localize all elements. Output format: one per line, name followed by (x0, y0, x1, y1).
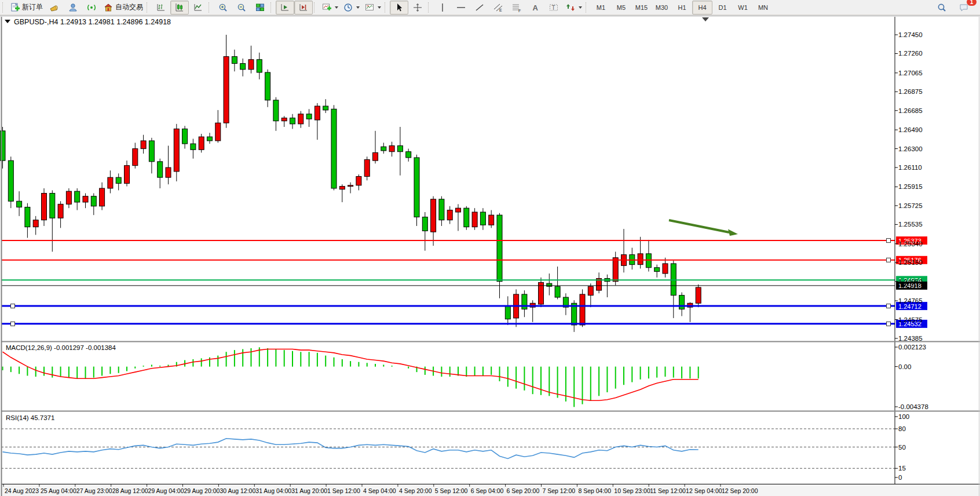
timeframe-mn-button[interactable]: MN (753, 1, 773, 14)
date-axis[interactable]: 24 Aug 202325 Aug 04:0027 Aug 23:0028 Au… (1, 484, 980, 496)
svg-text:T: T (552, 4, 555, 10)
indicators-button[interactable] (319, 1, 341, 14)
dropdown-caret-icon (579, 6, 582, 9)
price-axis-tick: 1.26300 (898, 145, 923, 152)
candle (414, 155, 419, 226)
community-icon (68, 2, 78, 13)
timeframe-w1-button[interactable]: W1 (733, 1, 753, 14)
price-axis-tick: 1.24960 (898, 278, 923, 285)
autotrading-button-label: 自动交易 (115, 2, 143, 12)
autoscroll-icon (280, 2, 290, 13)
candlestick-chart-button[interactable] (170, 1, 189, 14)
date-axis-label: 12 Sep 04:00 (686, 487, 722, 494)
chat-button[interactable]: 1 (955, 1, 973, 14)
date-axis-label: 24 Aug 2023 (5, 487, 39, 494)
timeframe-m30-button[interactable]: M30 (652, 1, 672, 14)
dropdown-caret-icon (378, 6, 381, 9)
shift-icon (298, 2, 309, 13)
zoom-in-button[interactable] (214, 1, 232, 14)
equidistant-channel-button[interactable]: E (489, 1, 507, 14)
price-axis-tick: 1.24385 (898, 335, 923, 342)
horizontal-line-button[interactable] (452, 1, 470, 14)
toolbar: 新订单自动交易EFATM1M5M15M30H1H4D1W1MN1 (0, 0, 980, 15)
rsi-axis-tick: 80 (898, 425, 906, 432)
dropdown-caret-icon (356, 6, 360, 9)
horn-icon (49, 2, 60, 13)
rsi-axis-tick: 50 (898, 444, 906, 451)
templates-icon (364, 2, 375, 13)
toolbar-grip (147, 2, 150, 13)
chart-window[interactable]: 1.253731.251761.249741.249181.247121.245… (0, 16, 980, 496)
candle (331, 105, 337, 190)
metaeditor-button[interactable] (45, 1, 64, 14)
date-axis-label: 27 Aug 23:00 (76, 487, 112, 494)
date-axis-label: 8 Sep 04:00 (578, 487, 611, 494)
candle (464, 206, 469, 230)
zoom-out-icon (236, 2, 247, 13)
linechart-icon (193, 2, 203, 13)
date-axis-label: 1 Sep 12:00 (327, 487, 360, 494)
vertical-line-button[interactable] (433, 1, 452, 14)
autotrading-button[interactable]: 自动交易 (101, 1, 145, 14)
macd-axis-tick: -0.004378 (898, 403, 928, 410)
rsi-axis-tick: 0 (898, 474, 902, 481)
toolbar-grip (586, 2, 589, 13)
line-handle[interactable] (11, 322, 15, 326)
toolbar-grip (385, 2, 388, 13)
dropdown-caret-icon (335, 6, 338, 9)
toolbar-grip[interactable] (2, 2, 6, 13)
price-axis-tick: 1.24575 (898, 316, 923, 323)
mt4-application-window: 新订单自动交易EFATM1M5M15M30H1H4D1W1MN1 1.25373… (0, 0, 980, 496)
chart-background (1, 17, 980, 484)
date-axis-label: 29 Aug 04:00 (148, 487, 184, 494)
zoom-out-button[interactable] (232, 1, 251, 14)
crosshair-button[interactable] (408, 1, 427, 14)
line-handle[interactable] (887, 258, 891, 262)
auto-scroll-button[interactable] (276, 1, 294, 14)
timeframe-d1-button[interactable]: D1 (712, 1, 733, 14)
timeframe-m15-button[interactable]: M15 (631, 1, 652, 14)
cursor-button[interactable] (390, 1, 408, 14)
community-button[interactable] (64, 1, 82, 14)
date-axis-label: 12 Sep 20:00 (722, 487, 758, 494)
timeframe-m5-button[interactable]: M5 (611, 1, 631, 14)
price-axis-tick: 1.25915 (898, 183, 923, 190)
chart-shift-button[interactable] (294, 1, 313, 14)
search-button[interactable] (933, 1, 951, 14)
templates-button[interactable] (362, 1, 383, 14)
price-axis-tick: 1.24765 (898, 297, 923, 304)
timeframe-m1-button[interactable]: M1 (591, 1, 611, 14)
chart-canvas[interactable]: 1.253731.251761.249741.249181.247121.245… (0, 16, 980, 496)
signals-button[interactable] (82, 1, 101, 14)
periods-button[interactable] (341, 1, 362, 14)
trendline-icon (474, 2, 485, 13)
toolbar-grip (428, 2, 432, 13)
line-handle[interactable] (887, 322, 891, 326)
date-axis-label: 30 Aug 12:00 (220, 487, 255, 494)
text-label-button[interactable]: T (544, 1, 563, 14)
candles-icon (174, 2, 185, 13)
bar-chart-button[interactable] (152, 1, 170, 14)
fibonacci-button[interactable]: F (507, 1, 526, 14)
date-axis-label: 11 Sep 12:00 (650, 487, 686, 494)
macd-axis-tick: 0.00 (898, 363, 911, 370)
timeframe-h4-button[interactable]: H4 (692, 1, 712, 14)
text-button[interactable]: A (526, 1, 544, 14)
new-order-button[interactable]: 新订单 (8, 1, 45, 14)
line-handle[interactable] (887, 304, 891, 308)
market-icon (103, 2, 114, 13)
tile-windows-button[interactable] (251, 1, 269, 14)
date-axis-label: 28 Aug 12:00 (112, 487, 148, 494)
vline-icon (437, 2, 448, 13)
svg-text:F: F (518, 9, 521, 13)
price-axis-tick: 1.26875 (898, 88, 923, 95)
indicators-icon (321, 2, 332, 13)
line-handle[interactable] (887, 239, 891, 243)
line-handle[interactable] (11, 304, 15, 308)
toolbar-grip (209, 2, 212, 13)
line-chart-button[interactable] (189, 1, 207, 14)
candle (8, 156, 13, 208)
trendline-button[interactable] (470, 1, 489, 14)
arrows-button[interactable] (563, 1, 584, 14)
timeframe-h1-button[interactable]: H1 (672, 1, 692, 14)
